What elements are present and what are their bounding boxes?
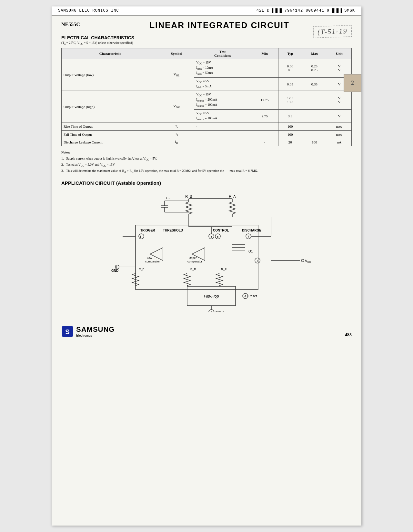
col-unit: Unit (327, 48, 351, 59)
cond-discharge (194, 138, 251, 146)
cond-voh-1: VCC = 15V Isource = 200mA Isource = 100m… (194, 91, 251, 109)
cond-voh-2: VCC = 5V Isource = 100mA (194, 109, 251, 123)
max-discharge: 100 (302, 138, 327, 146)
page: SAMSUNG ELECTRONICS INC 42E D 7964142 00… (52, 6, 361, 526)
max-rise (302, 123, 327, 130)
min-discharge: · (251, 138, 278, 146)
barcode-icon-2 (332, 8, 342, 13)
circuit-diagram: R_B R_A TRIGGER 2 (61, 190, 352, 312)
char-discharge: Discharge Leakage Current (62, 138, 159, 146)
max-voh-2 (302, 109, 327, 123)
char-output-vol: Output Voltage (low) (62, 59, 159, 91)
unit-rise: nsec (327, 123, 351, 130)
svg-text:R_B: R_B (190, 268, 196, 271)
model-name: NE555C (61, 22, 87, 27)
table-row: Rise Time of Output Tr · 100 nsec (62, 123, 352, 130)
unit-voh-2: V (327, 109, 351, 123)
typ-rise: 100 (278, 123, 302, 130)
svg-text:comparator: comparator (145, 260, 160, 263)
suffix-code: SMGK (344, 8, 355, 13)
note-2: 2. Tested at VCC = 5.0V and VCC = 15V (61, 162, 352, 168)
svg-text:C₁: C₁ (166, 196, 170, 200)
svg-text:Q1: Q1 (248, 250, 253, 253)
svg-text:Low: Low (147, 256, 152, 260)
barcode-number: 7964142 0009441 9 (285, 8, 329, 13)
col-max: Max (302, 48, 327, 59)
min-vol-2 (251, 77, 278, 91)
min-voh-1: 12.75 (251, 91, 278, 109)
title-section: NE555C LINEAR INTEGRATED CIRCUIT (61, 20, 352, 30)
symbol-rise: Tr (159, 123, 194, 130)
svg-text:S: S (65, 328, 70, 335)
notes-title: Notes: (61, 150, 352, 155)
svg-text:THRESHOLD: THRESHOLD (163, 229, 183, 232)
table-row: Discharge Leakage Current ID · 20 100 nA (62, 138, 352, 146)
company-name: SAMSUNG ELECTRONICS INC (58, 8, 119, 13)
samsung-text-block: SAMSUNG Electronics (76, 325, 115, 337)
char-fall-time: Fall Time of Output (62, 131, 159, 138)
svg-rect-0 (94, 190, 319, 312)
application-title: APPLICATION CIRCUIT (Astable Operation) (61, 180, 352, 186)
samsung-logo: S SAMSUNG Electronics (61, 325, 115, 338)
typ-discharge: 20 (278, 138, 302, 146)
min-rise (251, 123, 278, 130)
svg-text:R_B: R_B (139, 268, 145, 271)
col-symbol: Symbol (159, 48, 194, 59)
symbol-voh: VOH (159, 91, 194, 123)
stamp-area: (T-51-19 (313, 25, 352, 38)
svg-text:Reset: Reset (248, 294, 257, 298)
samsung-sub-name: Electronics (76, 334, 115, 337)
col-typ: Typ (278, 48, 302, 59)
part-number: 42E D (257, 8, 270, 13)
char-output-voh: Output Voltage (high) (62, 91, 159, 123)
col-characteristic: Characteristic (62, 48, 159, 59)
typ-voh-2: 3.3 (278, 109, 302, 123)
symbol-discharge: ID (159, 138, 194, 146)
typ-vol-2: 0.05 (278, 77, 302, 91)
col-min: Min (251, 48, 278, 59)
cond-vol-1: VCC = 15V Isink = 10mA Isink = 50mA (194, 59, 251, 78)
svg-text:Flip-Flop: Flip-Flop (204, 294, 219, 299)
svg-text:7: 7 (247, 235, 249, 238)
svg-text:CONTROL: CONTROL (213, 229, 229, 232)
header-bar: SAMSUNG ELECTRONICS INC 42E D 7964142 00… (52, 6, 361, 15)
typ-fall: 100 (278, 131, 302, 138)
samsung-logo-icon: S (61, 325, 74, 338)
min-voh-2: 2.75 (251, 109, 278, 123)
table-row: Output Voltage (high) VOH VCC = 15V Isou… (62, 91, 352, 109)
notes-section: Notes: 1. Supply current when output is … (61, 150, 352, 174)
svg-text:1: 1 (115, 266, 117, 269)
max-vol-1: 0.250.75 (302, 59, 327, 78)
unit-voh-1: VV (327, 91, 351, 109)
elec-char-subtitle: (Ta = 25°C, VCC = 5 ~ 15V, unless otherw… (61, 41, 352, 45)
symbol-vol: VOL (159, 59, 194, 91)
svg-text:8: 8 (210, 235, 212, 238)
svg-text:comparator: comparator (187, 260, 202, 263)
barcode-area: 42E D 7964142 0009441 9 SMGK (257, 8, 355, 13)
main-title: LINEAR INTEGRATED CIRCUIT (87, 20, 352, 30)
min-vol-1 (251, 59, 278, 78)
samsung-brand-name: SAMSUNG (76, 325, 115, 334)
cond-rise: · (194, 123, 251, 130)
max-voh-1 (302, 91, 327, 109)
symbol-fall: Tf (159, 131, 194, 138)
elec-char-title: ELECTRICAL CHARACTERISTICS (61, 35, 352, 40)
svg-text:Output: Output (215, 310, 224, 312)
svg-text:2: 2 (139, 235, 141, 238)
thumbnail-image: 2 (344, 74, 361, 92)
barcode-icon (272, 8, 282, 13)
svg-text:3: 3 (210, 311, 212, 312)
table-row: Output Voltage (low) VOL VCC = 15V Isink… (62, 59, 352, 78)
svg-text:Upper: Upper (189, 256, 197, 260)
svg-text:GND: GND (111, 269, 118, 272)
content-area: NE555C LINEAR INTEGRATED CIRCUIT (T-51-1… (52, 15, 361, 347)
note-3: 3. This will determine the maximum value… (61, 168, 352, 174)
unit-discharge: nA (327, 138, 351, 146)
col-test-conditions: TestConditions (194, 48, 251, 59)
typ-voh-1: 12.513.3 (278, 91, 302, 109)
svg-text:TRIGGER: TRIGGER (140, 229, 155, 232)
electrical-characteristics-table: Characteristic Symbol TestConditions Min… (61, 48, 352, 146)
typ-vol-1: 0.060.3 (278, 59, 302, 78)
note-1: 1. Supply current when output is high is… (61, 156, 352, 162)
svg-text:DISCHARGE: DISCHARGE (242, 229, 261, 232)
